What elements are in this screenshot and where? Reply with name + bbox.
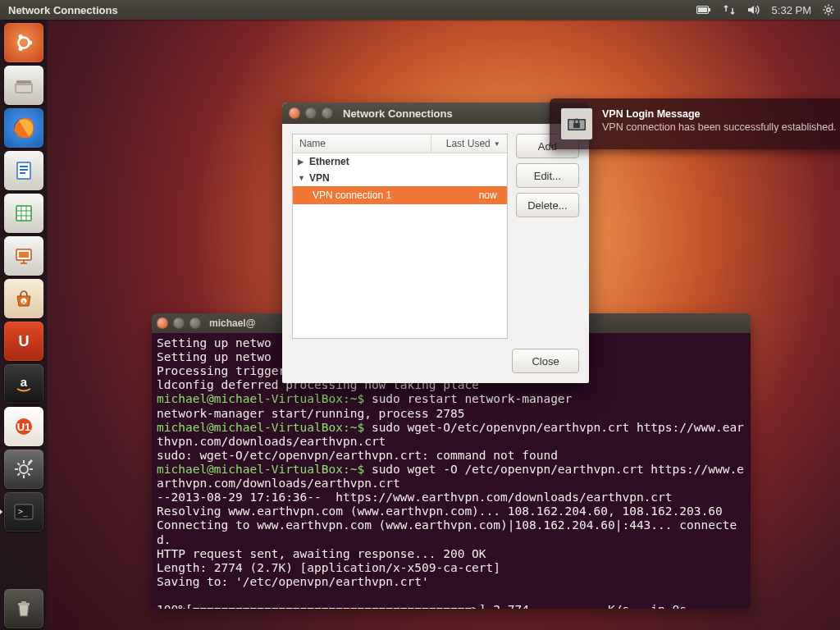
top-panel: Network Connections 5:32 PM	[0, 0, 840, 20]
network-connections-dialog: Network Connections Name Last Used ▼ ▶ E…	[282, 103, 589, 383]
minimize-icon[interactable]	[173, 317, 185, 329]
column-name-header[interactable]: Name	[293, 135, 431, 153]
svg-line-45	[28, 473, 30, 476]
sort-arrow-icon: ▼	[494, 140, 500, 148]
svg-rect-54	[573, 123, 580, 128]
connection-vpn-1[interactable]: VPN connection 1 now	[293, 186, 507, 204]
launcher-impress[interactable]	[4, 236, 43, 276]
launcher-amazon[interactable]: a	[4, 364, 43, 404]
svg-text:>_: >_	[18, 507, 29, 517]
group-label: Ethernet	[309, 156, 349, 167]
close-icon[interactable]	[157, 317, 168, 329]
dialog-title: Network Connections	[343, 107, 453, 120]
notification-body: VPN connection has been successfully est…	[602, 121, 837, 135]
delete-button[interactable]: Delete...	[516, 193, 579, 217]
notification-title: VPN Login Message	[602, 108, 837, 120]
svg-rect-23	[20, 172, 25, 174]
active-app-title: Network Connections	[0, 4, 118, 16]
close-icon[interactable]	[289, 107, 300, 119]
battery-indicator-icon[interactable]	[691, 0, 717, 20]
clock[interactable]: 5:32 PM	[766, 0, 817, 20]
connection-label: VPN connection 1	[313, 189, 391, 201]
launcher-firefox[interactable]	[4, 108, 43, 148]
dialog-titlebar[interactable]: Network Connections	[282, 103, 589, 124]
svg-rect-18	[16, 83, 32, 85]
network-indicator-icon[interactable]	[717, 0, 742, 20]
launcher-terminal[interactable]: >_	[4, 492, 43, 532]
launcher-writer[interactable]	[4, 151, 43, 190]
svg-rect-1	[709, 8, 710, 11]
svg-line-10	[831, 7, 832, 7]
launcher-dash-home[interactable]	[4, 23, 43, 62]
launcher-ubuntu-one-music[interactable]: U1	[4, 407, 43, 446]
svg-line-47	[18, 473, 21, 476]
minimize-icon[interactable]	[305, 107, 317, 119]
launcher-calc[interactable]	[4, 194, 43, 233]
svg-rect-22	[20, 169, 28, 171]
unity-launcher: A U a U1 >_	[0, 20, 48, 630]
column-lastused-label: Last Used	[446, 138, 491, 149]
connection-group-ethernet[interactable]: ▶ Ethernet	[293, 153, 507, 170]
svg-rect-2	[698, 7, 707, 12]
session-gear-icon[interactable]	[817, 0, 840, 20]
svg-text:a: a	[21, 375, 28, 389]
svg-rect-30	[19, 252, 29, 258]
svg-text:A: A	[22, 299, 26, 304]
svg-line-8	[825, 7, 826, 7]
svg-line-9	[831, 12, 832, 13]
sound-indicator-icon[interactable]	[742, 0, 766, 20]
svg-point-39	[20, 465, 28, 473]
vpn-login-notification[interactable]: VPN Login Message VPN connection has bee…	[550, 98, 840, 149]
edit-button[interactable]: Edit...	[516, 163, 579, 188]
close-button[interactable]: Close	[512, 349, 579, 373]
launcher-files[interactable]	[4, 66, 43, 105]
svg-point-13	[28, 40, 32, 44]
maximize-icon[interactable]	[189, 317, 201, 329]
svg-point-14	[18, 34, 22, 39]
connection-lastused: now	[479, 189, 502, 201]
svg-point-3	[827, 8, 830, 11]
svg-text:U: U	[19, 333, 30, 349]
launcher-software-center[interactable]: A	[4, 279, 43, 318]
running-pip-icon	[0, 509, 2, 515]
lock-icon	[561, 108, 592, 139]
connections-tree[interactable]: Name Last Used ▼ ▶ Ethernet ▼ VPN VPN co…	[292, 134, 508, 339]
svg-line-44	[18, 463, 21, 466]
svg-point-15	[18, 47, 22, 51]
launcher-trash[interactable]	[4, 589, 43, 628]
maximize-icon[interactable]	[322, 107, 333, 119]
column-lastused-header[interactable]: Last Used ▼	[431, 135, 507, 153]
svg-text:U1: U1	[17, 421, 31, 433]
svg-rect-51	[21, 601, 26, 604]
svg-line-11	[825, 12, 826, 13]
svg-rect-21	[20, 166, 28, 167]
terminal-title: michael@	[209, 317, 255, 329]
expand-collapsed-icon: ▶	[298, 158, 306, 166]
svg-point-12	[19, 38, 30, 48]
launcher-ubuntu-one[interactable]: U	[4, 322, 43, 361]
launcher-system-settings[interactable]	[4, 450, 43, 489]
svg-rect-24	[16, 206, 31, 221]
expand-expanded-icon: ▼	[298, 174, 306, 182]
connection-group-vpn[interactable]: ▼ VPN	[293, 170, 507, 186]
group-label: VPN	[309, 172, 330, 184]
